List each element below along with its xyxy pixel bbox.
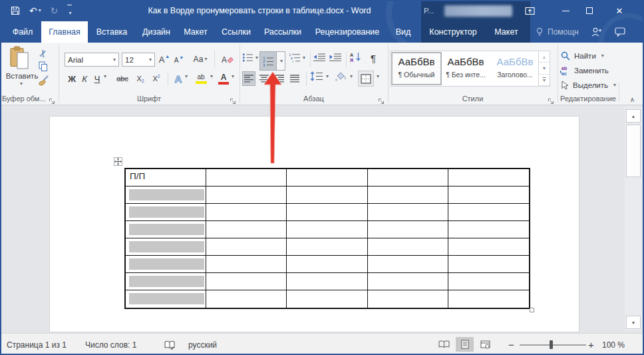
table-cell[interactable] [126, 256, 206, 272]
table-cell[interactable] [206, 204, 287, 220]
table-row[interactable] [126, 221, 529, 238]
align-right-button[interactable] [273, 71, 286, 86]
table-header-row[interactable]: П/П [126, 169, 529, 186]
table-cell[interactable] [287, 273, 367, 290]
tab-references[interactable]: Ссылки [216, 21, 257, 43]
table-cell[interactable] [206, 290, 287, 308]
font-color-button[interactable]: А [217, 71, 230, 87]
table-cell[interactable] [287, 221, 367, 238]
table-cell[interactable] [206, 169, 287, 186]
format-painter-button[interactable] [37, 75, 49, 87]
table-cell[interactable] [368, 256, 448, 272]
strikethrough-button[interactable]: abc [113, 72, 132, 85]
gallery-down-button[interactable]: ▼ [539, 63, 550, 74]
table-cell[interactable] [206, 238, 287, 255]
table-cell[interactable] [448, 238, 529, 255]
underline-dropdown[interactable]: ▾ [102, 74, 106, 79]
comments-button[interactable] [610, 21, 630, 43]
multilevel-list-button[interactable]: 1ai [289, 53, 301, 63]
table-cell[interactable] [126, 238, 206, 255]
redo-button[interactable]: ↻ [51, 5, 59, 16]
zoom-level[interactable]: 100 % [602, 334, 625, 355]
vertical-scrollbar[interactable]: ▲ ▼ [625, 107, 642, 330]
collapse-ribbon-button[interactable]: ∧ [630, 96, 635, 103]
table-cell[interactable] [448, 221, 529, 238]
font-size-select[interactable]: 12▾ [122, 53, 155, 67]
table-cell[interactable] [368, 273, 448, 290]
table-row[interactable] [126, 290, 529, 308]
minimize-button[interactable] [554, 0, 577, 21]
dialog-launcher-icon[interactable] [230, 95, 236, 102]
table-row[interactable] [126, 273, 529, 290]
scroll-up-button[interactable]: ▲ [626, 109, 641, 123]
table-row[interactable] [126, 238, 529, 256]
tab-table-design[interactable]: Конструктор [422, 21, 484, 43]
line-spacing-button[interactable] [310, 71, 323, 81]
tab-design[interactable]: Дизайн [136, 21, 177, 43]
style-normal[interactable]: АаБбВв ¶ Обычный [393, 53, 440, 84]
tab-mailings[interactable]: Рассылки [259, 21, 306, 43]
tab-home[interactable]: Главная [41, 21, 88, 43]
zoom-in-button[interactable]: + [588, 334, 594, 355]
style-no-spacing[interactable]: АаБбВв ¶ Без инте... [442, 53, 490, 84]
copy-button[interactable] [39, 61, 48, 72]
italic-button[interactable]: К [80, 72, 89, 85]
table-cell[interactable] [206, 273, 287, 290]
table-cell[interactable] [368, 290, 448, 308]
zoom-slider-handle[interactable] [550, 340, 553, 349]
scroll-down-button[interactable]: ▼ [626, 316, 641, 329]
multilevel-dropdown[interactable]: ▾ [301, 55, 305, 61]
language-indicator[interactable]: русский [188, 334, 217, 355]
table-cell[interactable] [126, 186, 206, 203]
font-name-select[interactable]: Arial▾ [65, 53, 119, 67]
table-cell[interactable] [448, 204, 529, 220]
paste-dropdown[interactable]: ▾ [19, 81, 23, 87]
align-center-button[interactable] [257, 71, 271, 86]
page-indicator[interactable]: Страница 1 из 1 [7, 334, 67, 355]
borders-button[interactable] [358, 71, 374, 87]
replace-button[interactable]: abac Заменить [560, 65, 609, 77]
table-cell[interactable] [287, 204, 367, 220]
table-cell[interactable] [448, 273, 529, 290]
bullets-button[interactable] [242, 53, 253, 63]
tab-insert[interactable]: Вставка [90, 21, 133, 43]
undo-button[interactable]: ↶▾ [29, 5, 41, 16]
save-icon[interactable] [11, 6, 20, 15]
align-left-button[interactable] [242, 71, 255, 86]
table-cell[interactable] [206, 186, 287, 203]
find-button[interactable]: Найти ▾ [561, 50, 604, 62]
table-cell[interactable] [287, 186, 367, 203]
select-button[interactable]: Выделить ▾ [561, 79, 616, 91]
table-cell[interactable] [206, 256, 287, 272]
subscript-button[interactable]: Х2 [133, 72, 148, 85]
tab-layout[interactable]: Макет [178, 21, 213, 43]
tell-me-button[interactable]: Помощн [536, 21, 579, 43]
table-cell[interactable] [126, 273, 206, 290]
line-spacing-dropdown[interactable]: ▾ [325, 74, 329, 79]
tab-view[interactable]: Вид [387, 21, 419, 43]
style-heading[interactable]: АаБбВв Заголово... [491, 53, 539, 84]
gallery-more-button[interactable]: ▼ [539, 75, 550, 86]
maximize-button[interactable] [578, 0, 601, 21]
scrollbar-thumb[interactable] [626, 125, 641, 177]
dialog-launcher-icon[interactable] [49, 95, 55, 102]
dialog-launcher-icon[interactable] [378, 95, 385, 102]
justify-button[interactable] [288, 71, 301, 86]
bold-button[interactable]: Ж [67, 72, 77, 85]
table-cell[interactable] [368, 186, 448, 203]
table-cell[interactable] [368, 238, 448, 255]
shading-dropdown[interactable]: ▾ [349, 74, 353, 79]
zoom-slider-track[interactable] [520, 344, 586, 346]
dialog-launcher-icon[interactable] [548, 95, 554, 102]
tab-review[interactable]: Рецензирование [309, 21, 386, 43]
increase-indent-button[interactable] [329, 53, 342, 62]
word-count[interactable]: Число слов: 1 [85, 334, 136, 355]
table-cell[interactable] [368, 169, 448, 186]
bullets-dropdown[interactable]: ▾ [254, 55, 258, 61]
document-page[interactable]: П/П [50, 117, 579, 332]
ribbon-display-options-button[interactable] [518, 0, 541, 21]
gallery-up-button[interactable]: ▲ [539, 51, 550, 63]
table-move-handle[interactable] [114, 157, 122, 166]
zoom-out-button[interactable]: − [508, 334, 514, 355]
customize-qat-button[interactable]: ▾ [67, 5, 71, 17]
